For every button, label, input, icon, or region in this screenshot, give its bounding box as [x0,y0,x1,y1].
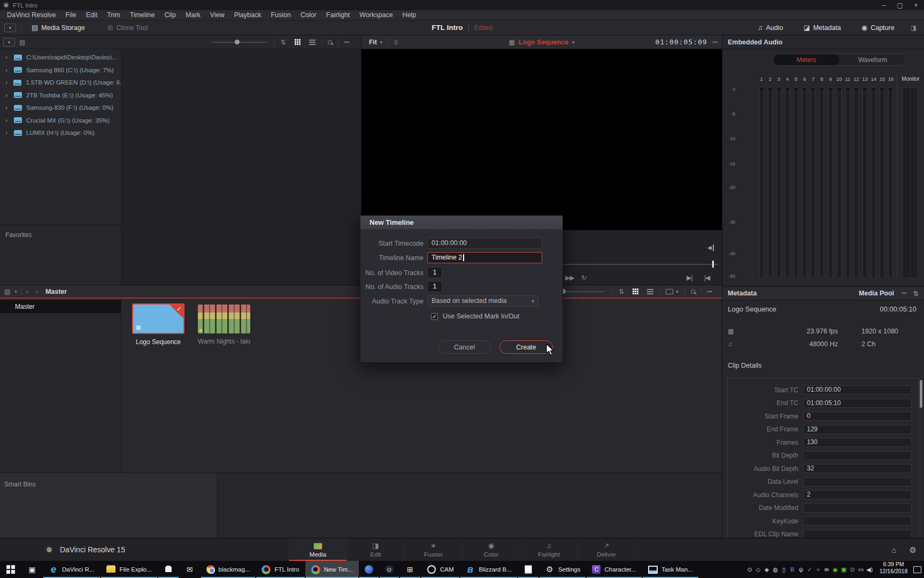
close-button[interactable]: × [908,0,924,10]
video-tracks-field[interactable]: 1 [427,267,442,278]
expand-chevron-icon[interactable]: › [5,79,13,86]
defender-tray-icon[interactable]: ✓ [805,566,814,573]
taskbar-character-character-[interactable]: CCharacter... [586,561,642,578]
id-app-tray-icon[interactable]: ID [822,567,831,572]
pool-list-view-icon[interactable] [643,289,658,294]
scrollbar-thumb[interactable] [920,380,922,408]
menu-fusion[interactable]: Fusion [266,11,296,19]
viewer-clip-selector[interactable]: ▦ Logo Sequence ▾ [361,39,722,46]
storage-drive-item[interactable]: ›Samsung 860 (C:\) (Usage: 7%) [0,64,121,76]
taskbar-blizzard-blizzard-b-[interactable]: BBlizzard B... [460,561,518,578]
expand-chevron-icon[interactable]: › [5,117,14,124]
grid-view-icon[interactable] [290,39,305,45]
fast-forward-icon[interactable]: ▶▶ [565,274,574,282]
clip-logo-sequence[interactable]: ✓ ▦ Logo Sequence [132,303,184,346]
metadata-sort-icon[interactable]: ⇅ [913,290,919,298]
list-view-icon[interactable] [305,40,320,45]
clip-detail-field[interactable] [803,530,912,539]
pool-sort-icon[interactable]: ⇅ [614,288,628,295]
onedrive-tray-icon[interactable]: ≈ [814,566,822,573]
pool-search-icon[interactable] [687,290,699,294]
menu-playback[interactable]: Playback [229,11,266,19]
use-mark-inout-checkbox[interactable]: ✓ [431,313,438,320]
storage-drive-item[interactable]: ›Samsung-830 (F:\) (Usage: 0%) [0,102,121,113]
bin-list-chevron-icon[interactable]: ▾ [14,289,17,294]
options-menu-icon[interactable]: ••• [340,40,353,45]
user-tray-icon[interactable]: ⊙ [745,566,754,573]
out-point-marker-icon[interactable]: ◀ [707,245,714,251]
storage-options-icon[interactable]: ▤ [15,39,29,46]
clip-detail-field[interactable]: 2 [803,490,912,499]
expand-chevron-icon[interactable]: › [5,54,14,61]
taskbar-resolve-new-tim-[interactable]: New Tim... [305,561,359,578]
clip-detail-field[interactable]: 01:00:05:10 [803,399,912,408]
dropbox-tray-icon[interactable]: ◈ [763,566,771,573]
storage-drive-item[interactable]: ›2TB Toshiba (E:\) (Usage: 45%) [0,89,121,101]
security-key-tray-icon[interactable]: ◇ [754,566,763,573]
menu-edit[interactable]: Edit [81,11,103,19]
clip-detail-field[interactable]: 129 [803,425,912,434]
page-tab-fusion[interactable]: ∗Fusion [404,538,462,561]
pool-options-icon[interactable]: ••• [703,289,717,294]
sort-icon[interactable]: ⇅ [276,39,290,46]
metadata-button[interactable]: ◪ Metadata [799,24,845,32]
audio-track-type-select[interactable]: Based on selected media ▾ [427,295,538,307]
menu-fairlight[interactable]: Fairlight [321,11,355,19]
taskbar-start[interactable] [0,561,21,578]
menu-timeline[interactable]: Timeline [125,11,160,19]
taskbar-task-view[interactable]: ▣ [21,561,43,578]
tab-waveform[interactable]: Waveform [840,54,906,65]
expand-chevron-icon[interactable]: › [5,104,14,111]
taskbar-chrome-blackmag-[interactable]: blackmag... [201,561,256,578]
thumbnail-zoom-slider[interactable] [211,42,267,43]
expand-chevron-icon[interactable]: › [5,66,14,74]
loop-icon[interactable]: ↻ [581,274,586,282]
dialog-titlebar[interactable]: New Timeline [360,216,563,229]
taskbar-mail[interactable]: ✉ [179,561,201,578]
maximize-button[interactable]: ▢ [892,0,908,10]
cancel-button[interactable]: Cancel [438,340,491,354]
expand-chevron-icon[interactable]: › [5,129,14,136]
media-pool-toggle[interactable]: Media Pool [859,290,894,297]
menu-workspace[interactable]: Workspace [355,11,397,19]
taskbar-calculator[interactable]: ⊞ [399,561,421,578]
step-to-end-icon[interactable]: ▶| [687,274,692,282]
expand-chevron-icon[interactable]: › [5,92,14,99]
audio-clip-thumbnail[interactable] [198,305,250,333]
audio-tracks-field[interactable]: 1 [427,281,442,292]
taskbar-steam[interactable]: ⊙ [379,561,399,578]
taskbar-clock[interactable]: 6:39 PM 12/16/2018 [877,561,910,578]
clip-detail-field[interactable]: 01:00:00:00 [803,385,912,394]
taskbar-store[interactable] [158,561,179,578]
forward-icon[interactable]: › [36,288,38,295]
page-tab-color[interactable]: ◉Color [462,538,520,561]
action-center-icon[interactable] [910,561,924,578]
playhead[interactable] [712,261,714,268]
tab-meters[interactable]: Meters [773,54,840,65]
clip-detail-field[interactable]: 130 [803,438,912,447]
page-tab-edit[interactable]: ◨Edit [346,538,404,561]
pool-grid-view-icon[interactable] [628,288,643,294]
network-tray-icon[interactable]: ▭ [857,566,865,573]
menu-mark[interactable]: Mark [181,11,205,19]
taskbar-cam-cam[interactable]: CAM [421,561,460,578]
storage-drive-item[interactable]: ›C:\Users\rapid\Desktop\Davinci... [0,51,121,63]
zoom-slider-thumb[interactable] [235,40,240,44]
volume-tray-icon[interactable]: ◀) [865,566,874,573]
page-tab-fairlight[interactable]: ♫Fairlight [520,538,578,561]
taskbar-task-manager-task-man-[interactable]: Task Man... [642,561,699,578]
panel-toggle-icon[interactable]: ▾ [4,24,16,32]
menu-color[interactable]: Color [296,11,321,19]
clip-details-scrollbar[interactable] [920,379,922,554]
storage-drive-item[interactable]: ›LUMIX (H:\) (Usage: 0%) [0,127,121,139]
metadata-options-icon[interactable]: ••• [902,291,906,296]
page-tab-deliver[interactable]: ↗Deliver [578,538,635,561]
usb-tray-icon[interactable]: ψ [797,566,805,573]
bin-list-toggle-icon[interactable]: ▤ [0,288,14,295]
menu-trim[interactable]: Trim [102,11,125,19]
panel-layout-icon[interactable]: ◨ [911,24,917,32]
bin-item-master[interactable]: Master [0,300,121,313]
menu-help[interactable]: Help [398,11,421,19]
clip-detail-field[interactable] [803,504,912,513]
taskbar-file-explorer-file-explo-[interactable]: File Explo... [101,561,158,578]
